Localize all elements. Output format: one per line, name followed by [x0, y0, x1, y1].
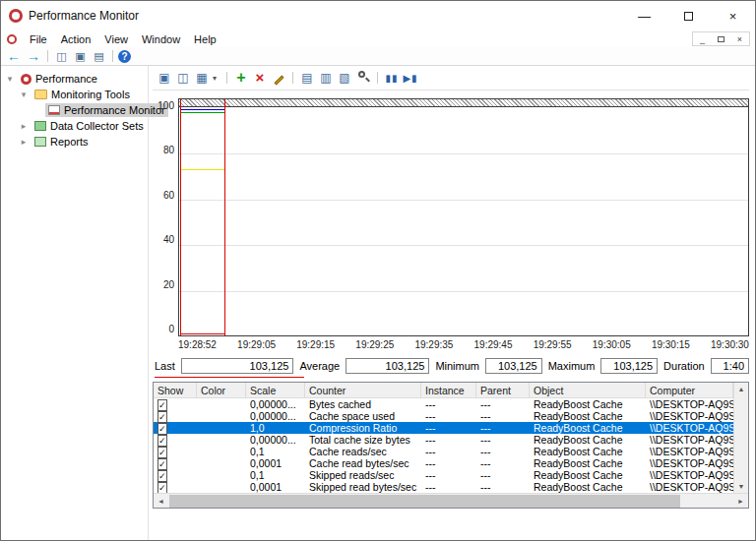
scrollbar-thumb[interactable] — [169, 495, 680, 508]
counter-cell: Skipped read bytes/sec — [305, 481, 421, 493]
tree-item-label: Performance — [35, 73, 97, 85]
tree-item-monitoring-tools[interactable]: ▾ Monitoring Tools — [1, 87, 148, 102]
graph-type-dropdown-icon[interactable]: ▾ — [213, 74, 220, 83]
chevron-right-icon[interactable]: ▸ — [19, 137, 29, 147]
view-current-activity-button[interactable]: ▣ — [157, 71, 172, 85]
copy-properties-button[interactable]: ▤ — [299, 71, 315, 85]
column-header-counter[interactable]: Counter — [305, 383, 421, 397]
x-tick: 19:30:05 — [593, 339, 631, 350]
child-minimize-button[interactable]: _ — [693, 32, 712, 45]
legend-row[interactable]: ✓ 0,0001 Skipped read bytes/sec --- --- … — [154, 481, 733, 493]
console-tree-button[interactable]: ◫ — [53, 50, 70, 63]
legend-row[interactable]: ✓ 1,0 Compression Ratio --- --- ReadyBoo… — [154, 422, 733, 434]
legend-row[interactable]: ✓ 0,1 Cache reads/sec --- --- ReadyBoost… — [154, 446, 733, 457]
legend-horizontal-scrollbar[interactable]: ◄ ► — [154, 493, 748, 508]
menu-view[interactable]: View — [97, 32, 135, 46]
legend-header: Show Color Scale Counter Instance Parent… — [154, 383, 733, 398]
computer-cell: \\DESKTOP-AQ9SJC — [646, 457, 733, 469]
column-header-computer[interactable]: Computer — [646, 383, 733, 397]
scroll-left-button[interactable]: ◄ — [154, 495, 168, 508]
gridline-60 — [179, 200, 748, 201]
highlighter-icon — [274, 76, 284, 86]
counter-legend: Show Color Scale Counter Instance Parent… — [153, 382, 749, 509]
highlight-button[interactable] — [271, 71, 286, 85]
x-tick: 19:30:15 — [652, 339, 690, 350]
column-header-color[interactable]: Color — [197, 383, 246, 397]
y-tick: 80 — [163, 145, 174, 155]
instance-cell: --- — [421, 446, 476, 457]
computer-cell: \\DESKTOP-AQ9SJC — [646, 398, 733, 410]
parent-cell: --- — [476, 469, 530, 481]
chart-region: 100 80 60 40 20 0 — [153, 98, 749, 336]
view-log-data-button[interactable]: ◫ — [175, 71, 191, 85]
legend-row[interactable]: ✓ 0,00000... Cache space used --- --- Re… — [154, 410, 733, 422]
scroll-down-button[interactable]: ▼ — [734, 480, 748, 493]
scroll-up-button[interactable]: ▲ — [734, 383, 748, 395]
perfmon-content: ▣ ◫ ▦ ▾ + × ▤ ▥ ▧ ▮▮ ▶▮ 100 — [149, 66, 755, 540]
computer-cell: \\DESKTOP-AQ9SJC — [646, 446, 733, 457]
child-close-button[interactable]: × — [730, 32, 749, 45]
legend-row[interactable]: ✓ 0,0001 Cache read bytes/sec --- --- Re… — [154, 457, 733, 469]
chevron-right-icon[interactable]: ▸ — [19, 121, 29, 131]
menu-file[interactable]: File — [23, 32, 54, 46]
scale-cell: 0,1 — [246, 446, 305, 457]
tree-item-performance-monitor[interactable]: Performance Monitor — [1, 102, 148, 118]
menu-help[interactable]: Help — [187, 32, 223, 46]
properties-button[interactable]: ▧ — [337, 71, 352, 85]
legend-row[interactable]: ✓ 0,00000... Bytes cached --- --- ReadyB… — [154, 398, 733, 410]
delete-counter-button[interactable]: × — [252, 71, 268, 85]
tree-item-reports[interactable]: ▸ Reports — [1, 134, 148, 150]
magnifier-icon — [356, 70, 370, 84]
computer-cell: \\DESKTOP-AQ9SJC — [646, 481, 733, 493]
minimum-value: 103,125 — [485, 358, 542, 374]
duration-value: 1:40 — [711, 358, 749, 374]
chart-plot-area — [178, 98, 749, 336]
menu-window[interactable]: Window — [135, 32, 187, 46]
tree-item-performance[interactable]: ▾ Performance — [1, 71, 148, 87]
paste-counter-list-button[interactable]: ▥ — [318, 71, 334, 85]
minimize-button[interactable]: — — [622, 1, 666, 30]
window-panes-button[interactable]: ▣ — [72, 50, 89, 63]
x-tick: 19:30:30 — [711, 339, 749, 350]
legend-row[interactable]: ✓ 0,00000... Total cache size bytes --- … — [154, 434, 733, 446]
legend-table: Show Color Scale Counter Instance Parent… — [154, 383, 733, 493]
freeze-display-button[interactable]: ▮▮ — [384, 73, 400, 84]
column-header-scale[interactable]: Scale — [246, 383, 305, 397]
maximum-label: Maximum — [548, 360, 596, 372]
parent-cell: --- — [476, 410, 530, 422]
column-header-show[interactable]: Show — [154, 383, 197, 397]
average-value: 103,125 — [346, 358, 429, 374]
add-counter-button[interactable]: + — [233, 71, 249, 85]
update-data-button[interactable]: ▶▮ — [403, 73, 418, 84]
scroll-right-button[interactable]: ► — [733, 495, 748, 508]
parent-cell: --- — [476, 398, 530, 410]
y-axis: 100 80 60 40 20 0 — [153, 100, 178, 334]
change-graph-type-button[interactable]: ▦ — [194, 71, 210, 85]
column-header-parent[interactable]: Parent — [476, 383, 530, 397]
instance-cell: --- — [421, 457, 476, 469]
counter-cell: Skipped reads/sec — [305, 469, 421, 481]
legend-vertical-scrollbar[interactable]: ▲ ▼ — [733, 383, 748, 493]
computer-cell: \\DESKTOP-AQ9SJC — [646, 410, 733, 422]
column-header-object[interactable]: Object — [530, 383, 646, 397]
chevron-down-icon[interactable]: ▾ — [5, 74, 15, 84]
toolbar-separator — [112, 50, 113, 62]
tree-item-data-collector-sets[interactable]: ▸ Data Collector Sets — [1, 118, 148, 134]
parent-cell: --- — [476, 422, 530, 434]
close-button[interactable]: × — [711, 1, 755, 30]
back-button[interactable]: ← — [5, 49, 23, 63]
maximize-button[interactable] — [666, 1, 711, 30]
help-button[interactable]: ? — [118, 50, 131, 63]
chevron-down-icon[interactable]: ▾ — [19, 90, 29, 99]
restore-icon — [718, 36, 724, 42]
column-header-instance[interactable]: Instance — [421, 383, 476, 397]
parent-cell: --- — [476, 481, 530, 493]
forward-button[interactable]: → — [25, 49, 42, 63]
menu-action[interactable]: Action — [54, 32, 98, 46]
tree-item-label: Data Collector Sets — [50, 120, 144, 132]
legend-row[interactable]: ✓ 0,1 Skipped reads/sec --- --- ReadyBoo… — [154, 469, 733, 481]
export-list-button[interactable]: ▤ — [91, 50, 107, 63]
child-restore-button[interactable] — [712, 32, 730, 45]
zoom-button[interactable] — [355, 70, 371, 87]
minimum-label: Minimum — [435, 360, 479, 372]
